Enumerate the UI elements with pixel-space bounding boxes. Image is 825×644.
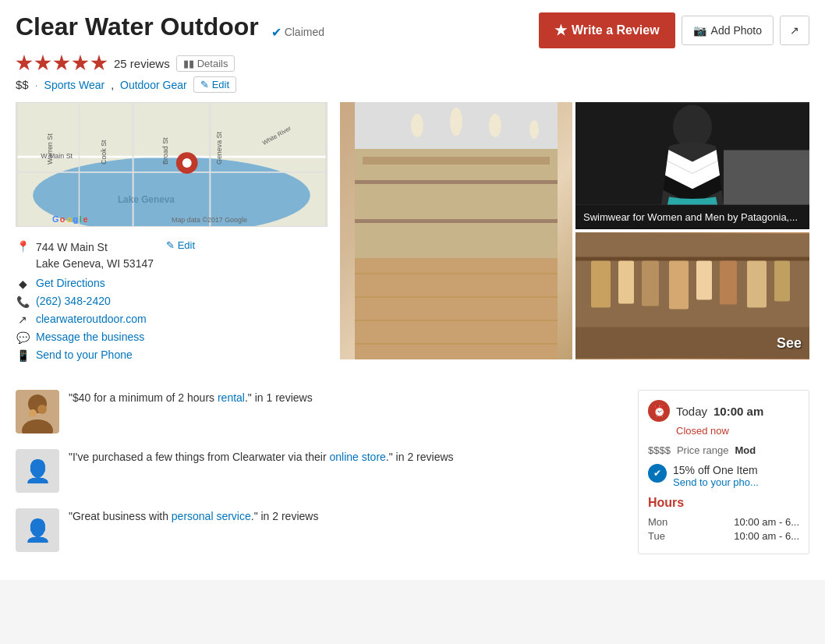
- edit-categories-link[interactable]: ✎ Edit: [193, 76, 236, 93]
- pencil-address-icon: ✎: [166, 239, 175, 251]
- review-prefix-2: "I've purchased a few things from Clearw…: [69, 451, 329, 463]
- main-store-photo[interactable]: [340, 102, 572, 359]
- category-sportswear[interactable]: Sports Wear: [44, 79, 105, 91]
- business-info-card: ⏰ Today 10:00 am Closed now $$$$ Price r…: [638, 390, 809, 554]
- svg-text:g: g: [73, 214, 79, 224]
- offer-link[interactable]: Send to your pho...: [673, 476, 759, 488]
- write-review-button[interactable]: ★ Write a Review: [539, 12, 675, 48]
- swimwear-photo[interactable]: Swimwear for Women and Men by Patagonia,…: [575, 102, 809, 229]
- details-label: Details: [197, 58, 228, 69]
- map-container[interactable]: Warren St Cook St Broad St Geneva St Whi…: [16, 102, 328, 227]
- review-link-online-store[interactable]: online store: [329, 451, 385, 463]
- star-3: [53, 55, 70, 72]
- svg-text:Map data ©2017 Google: Map data ©2017 Google: [172, 216, 247, 224]
- svg-text:Geneva St: Geneva St: [215, 132, 223, 165]
- person-icon-3: 👤: [24, 518, 51, 543]
- claimed-check-icon: ✔: [271, 25, 281, 40]
- svg-text:W Main St: W Main St: [41, 152, 73, 160]
- day-tue: Tue: [648, 530, 665, 542]
- categories-row: $$ · Sports Wear, Outdoor Gear ✎ Edit: [16, 76, 809, 93]
- diamond-icon: ◆: [16, 278, 30, 290]
- review-link-personal-service[interactable]: personal service: [172, 510, 251, 522]
- review-link-rental[interactable]: rental: [218, 391, 245, 404]
- get-directions-link[interactable]: Get Directions: [36, 277, 105, 289]
- external-link-icon: ↗: [16, 313, 30, 326]
- review-text-3: "Great business with personal service." …: [69, 508, 318, 525]
- svg-text:G: G: [52, 214, 58, 224]
- reviews-sidebar-section: "$40 for a minimum of 2 hours rental." i…: [16, 390, 809, 568]
- hours-row-tue: Tue 10:00 am - 6...: [648, 530, 799, 542]
- mobile-icon: 📱: [16, 349, 30, 362]
- avatar-placeholder-2: 👤: [16, 449, 59, 493]
- svg-text:Lake Geneva: Lake Geneva: [118, 194, 175, 205]
- right-sidebar: ⏰ Today 10:00 am Closed now $$$$ Price r…: [638, 390, 809, 568]
- photo-grid-right: Swimwear for Women and Men by Patagonia,…: [575, 102, 809, 359]
- phone-link[interactable]: (262) 348-2420: [36, 295, 111, 307]
- page-wrapper: Clear Water Outdoor ✔ Claimed ★ Write a …: [0, 0, 825, 580]
- svg-rect-33: [355, 149, 558, 258]
- send-to-phone-link[interactable]: Send to your Phone: [36, 349, 133, 361]
- day-mon: Mon: [648, 516, 667, 528]
- offer-text: 15% off One Item: [673, 464, 758, 476]
- svg-rect-35: [355, 180, 558, 184]
- price-label: Price range: [677, 444, 728, 456]
- star-4: [72, 55, 89, 72]
- svg-point-28: [489, 114, 501, 137]
- svg-point-42: [673, 105, 712, 149]
- svg-text:l: l: [80, 214, 82, 224]
- reviews-list: "$40 for a minimum of 2 hours rental." i…: [16, 390, 622, 568]
- star-2: [34, 55, 51, 72]
- closed-now-text: Closed now: [676, 425, 799, 437]
- review-suffix-3: ." in 2 reviews: [251, 510, 319, 522]
- add-photo-button[interactable]: 📷 Add Photo: [682, 16, 774, 45]
- svg-rect-34: [363, 157, 550, 165]
- star-5: [90, 55, 108, 72]
- share-button[interactable]: ↗: [780, 16, 809, 45]
- review-count: 25 reviews: [114, 57, 170, 70]
- svg-point-60: [37, 405, 47, 414]
- review-suffix-1: ." in 1 reviews: [245, 391, 313, 404]
- price-row: $$$$ Price range Mod: [648, 444, 799, 456]
- website-link[interactable]: clearwateroutdoor.com: [36, 313, 147, 325]
- phone-row: 📞 (262) 348-2420: [16, 295, 328, 308]
- business-header: Clear Water Outdoor ✔ Claimed ★ Write a …: [16, 12, 809, 48]
- bar-chart-icon: ▮▮: [183, 58, 194, 69]
- directions-row: ◆ Get Directions: [16, 277, 328, 290]
- photo-caption: Swimwear for Women and Men by Patagonia,…: [575, 205, 809, 229]
- svg-point-29: [529, 120, 539, 139]
- time-mon: 10:00 am - 6...: [734, 516, 799, 528]
- svg-text:o: o: [60, 214, 66, 224]
- star-1: [16, 55, 33, 72]
- outdoor-photo[interactable]: See: [575, 232, 809, 359]
- message-business-link[interactable]: Message the business: [36, 331, 144, 343]
- location-icon: 📍: [16, 240, 30, 253]
- review-item-2: 👤 "I've purchased a few things from Clea…: [16, 449, 622, 493]
- review-item-3: 👤 "Great business with personal service.…: [16, 508, 622, 552]
- business-title-section: Clear Water Outdoor ✔ Claimed: [16, 12, 539, 41]
- category-outdoor-gear[interactable]: Outdoor Gear: [120, 79, 187, 91]
- address-line2: Lake Geneva, WI 53147: [36, 256, 154, 272]
- address-row: 📍 744 W Main St Lake Geneva, WI 53147 ✎ …: [16, 239, 328, 272]
- today-time: 10:00 am: [713, 405, 763, 418]
- avatar-placeholder-3: 👤: [16, 508, 59, 552]
- dollar-signs: $$$$: [648, 444, 671, 456]
- camera-icon: 📷: [693, 24, 706, 37]
- main-content: Warren St Cook St Broad St Geneva St Whi…: [16, 102, 809, 374]
- time-tue: 10:00 am - 6...: [734, 530, 799, 542]
- hours-section: Hours Mon 10:00 am - 6... Tue 10:00 am -…: [648, 496, 799, 542]
- see-more-overlay: See: [575, 232, 809, 359]
- review-text-2: "I've purchased a few things from Clearw…: [69, 449, 454, 465]
- star-rating: [16, 55, 108, 72]
- website-row: ↗ clearwateroutdoor.com: [16, 313, 328, 326]
- business-name: Clear Water Outdoor: [16, 12, 259, 41]
- edit-address-link[interactable]: ✎ Edit: [166, 239, 195, 251]
- edit-address-label: Edit: [178, 239, 195, 251]
- svg-rect-44: [724, 150, 809, 205]
- offer-row: ✔ 15% off One Item Send to your pho...: [648, 464, 799, 488]
- star-icon: ★: [554, 22, 567, 39]
- phone-send-row: 📱 Send to your Phone: [16, 349, 328, 362]
- see-more-text: See: [769, 327, 809, 359]
- svg-point-27: [450, 108, 462, 136]
- pencil-icon: ✎: [200, 79, 209, 90]
- details-link[interactable]: ▮▮ Details: [176, 55, 235, 72]
